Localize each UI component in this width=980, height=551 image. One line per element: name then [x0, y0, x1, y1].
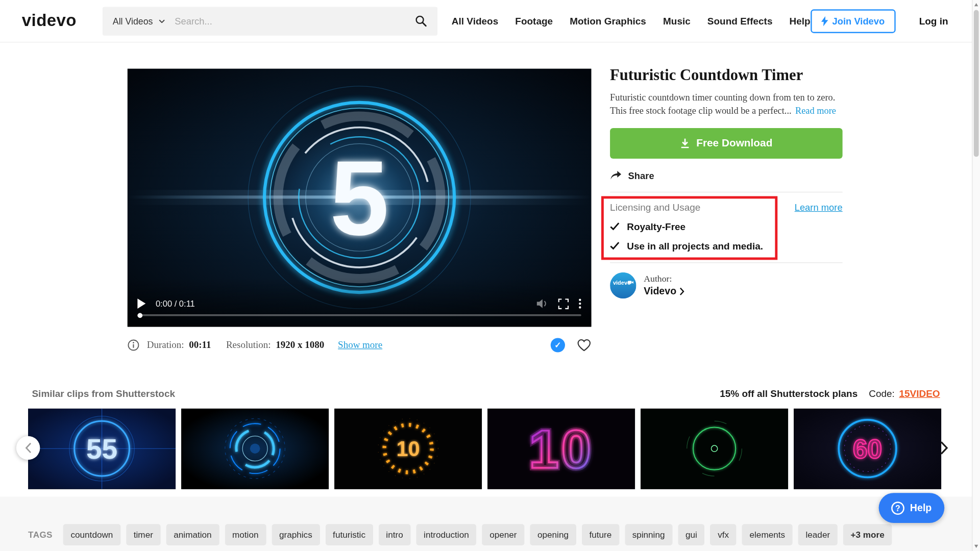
video-meta-row: Duration: 00:11 Resolution: 980 x 551 … [128, 336, 592, 354]
nav-footage[interactable]: Footage [515, 15, 553, 27]
resolution-value: 980 x 551 [276, 339, 324, 350]
volume-icon[interactable] [535, 298, 548, 309]
scrollbar[interactable] [972, 0, 980, 551]
tags-more-button[interactable]: +3 more [843, 524, 892, 545]
free-download-button[interactable]: Free Download [610, 128, 843, 159]
check-icon [610, 222, 619, 231]
description-line2: This free stock footage clip would be a … [610, 106, 791, 116]
join-button-label: Join Videvo [832, 16, 885, 27]
more-options-icon[interactable] [579, 298, 581, 309]
chevron-right-icon [940, 441, 948, 455]
tag-pill[interactable]: gui [678, 524, 704, 545]
licensing-section: Licensing and Usage Learn more Royalty-F… [610, 192, 843, 252]
tag-pill[interactable]: future [582, 524, 619, 545]
tag-pill[interactable]: vfx [710, 524, 737, 545]
video-player[interactable]: 5 0:00 / 0:11 [128, 69, 592, 327]
tag-pill[interactable]: introduction [416, 524, 476, 545]
nav-music[interactable]: Music [663, 15, 691, 27]
read-more-link[interactable]: Read more [795, 106, 836, 116]
carousel-prev-button[interactable] [16, 436, 40, 460]
similar-clips-carousel: 55 [28, 409, 941, 489]
scrollbar-thumb[interactable] [974, 10, 979, 157]
search-category-dropdown[interactable]: All Videos [103, 7, 175, 35]
verified-badge-icon[interactable]: ✓ [551, 338, 565, 352]
nav-sound-effects[interactable]: Sound Effects [707, 15, 773, 27]
tag-pill[interactable]: opener [482, 524, 524, 545]
countdown-number: 5 [330, 139, 389, 257]
scrollbar-up-arrow-icon[interactable] [974, 3, 978, 6]
info-icon[interactable] [128, 339, 139, 350]
licensing-label: Licensing and Usage [610, 202, 700, 213]
tag-pill[interactable]: opening [530, 524, 576, 545]
favorite-heart-icon[interactable] [577, 338, 591, 352]
thumbnail-number: 55 [86, 433, 117, 465]
search-category-label: All Videos [113, 16, 153, 26]
tag-pill[interactable]: leader [798, 524, 838, 545]
similar-clip-thumbnail[interactable] [641, 409, 788, 489]
similar-clip-thumbnail[interactable]: 10 [334, 409, 482, 489]
video-description: Futuristic countdown timer counting down… [610, 91, 843, 118]
seek-bar[interactable] [137, 314, 581, 316]
license-item-label: Royalty-Free [627, 221, 685, 232]
author-section: videvo Author: Videvo [610, 272, 843, 298]
search-button[interactable] [405, 7, 437, 35]
promo-code-label: Code: [869, 388, 895, 399]
similar-clip-thumbnail[interactable] [181, 409, 329, 489]
similar-clip-thumbnail[interactable]: 10 10 [487, 409, 635, 489]
promo-text: 15% off all Shutterstock plans [720, 388, 857, 399]
question-mark-icon: ? [891, 502, 904, 515]
seek-playhead[interactable] [137, 313, 142, 318]
chevron-down-icon [158, 19, 164, 22]
duration-label: Duration: [147, 339, 184, 350]
tag-pill[interactable]: spinning [625, 524, 672, 545]
tag-pill[interactable]: countdown [63, 524, 120, 545]
chevron-left-icon [24, 442, 31, 454]
logo[interactable]: videvo [22, 11, 77, 31]
video-details-panel: Futuristic Countdown Timer Futuristic co… [610, 66, 843, 298]
promo-code-link[interactable]: 15VIDEO [899, 388, 940, 399]
scrollbar-down-arrow-icon[interactable] [974, 545, 978, 548]
author-name-link[interactable]: Videvo [644, 286, 684, 297]
login-link[interactable]: Log in [919, 15, 948, 27]
nav-all-videos[interactable]: All Videos [452, 15, 498, 27]
tag-pill[interactable]: graphics [272, 524, 320, 545]
divider [610, 262, 843, 263]
similar-clips-heading: Similar clips from Shutterstock [32, 388, 175, 399]
help-button[interactable]: ? Help [879, 493, 944, 523]
tag-pill[interactable]: futuristic [325, 524, 373, 545]
license-item-royalty-free: Royalty-Free [610, 221, 843, 232]
nav-help[interactable]: Help [790, 15, 811, 27]
search-input[interactable] [175, 7, 405, 35]
page-title: Futuristic Countdown Timer [610, 66, 843, 84]
download-icon [680, 138, 690, 148]
join-button[interactable]: Join Videvo [811, 9, 895, 33]
search-bar: All Videos [103, 7, 437, 35]
author-label: Author: [644, 273, 684, 284]
share-icon [610, 170, 622, 181]
carousel-next-button[interactable] [935, 438, 952, 458]
tag-pill[interactable]: animation [166, 524, 219, 545]
resolution-label: Resolution: [226, 339, 271, 350]
check-icon [610, 242, 619, 250]
thumbnail-number: 60 [853, 434, 882, 464]
author-avatar[interactable]: videvo [610, 272, 636, 298]
page: videvo All Videos All Videos Footage Mot… [0, 0, 980, 551]
fullscreen-icon[interactable] [558, 298, 569, 309]
nav-motion-graphics[interactable]: Motion Graphics [570, 15, 646, 27]
show-more-link[interactable]: Show more [338, 339, 382, 350]
play-button[interactable] [137, 298, 145, 309]
tag-pill[interactable]: intro [379, 524, 411, 545]
tag-pill[interactable]: timer [126, 524, 161, 545]
similar-clip-thumbnail[interactable]: 60 [794, 409, 941, 489]
similar-clip-thumbnail[interactable]: 55 [28, 409, 176, 489]
learn-more-link[interactable]: Learn more [795, 202, 843, 213]
license-item-use-all: Use in all projects and media. [610, 240, 843, 252]
description-line1: Futuristic countdown timer counting down… [610, 92, 835, 103]
help-label: Help [910, 502, 932, 513]
tag-pill[interactable]: motion [225, 524, 266, 545]
chevron-right-icon [679, 287, 684, 295]
search-icon [414, 14, 428, 28]
tag-pill[interactable]: elements [742, 524, 793, 545]
main-nav: All Videos Footage Motion Graphics Music… [452, 15, 811, 27]
share-button[interactable]: Share [610, 170, 843, 181]
